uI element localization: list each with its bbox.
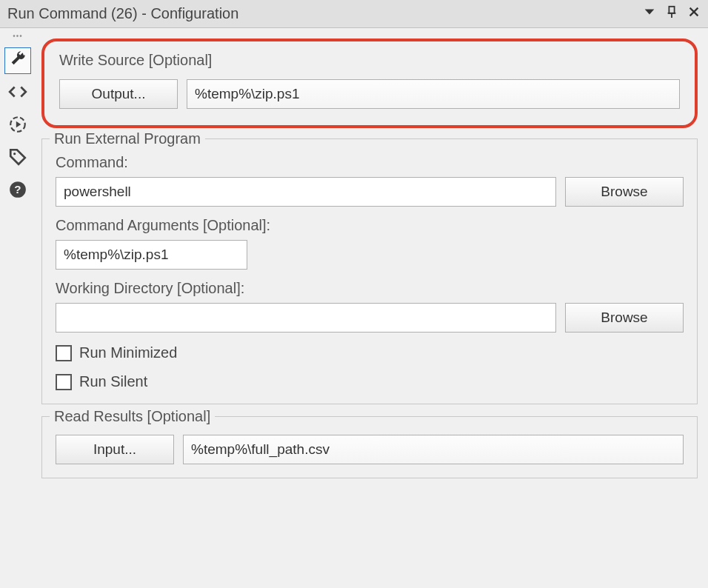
run-external-legend: Run External Program: [50, 130, 205, 147]
arguments-input[interactable]: [56, 240, 247, 270]
command-label: Command:: [56, 154, 684, 171]
arguments-label: Command Arguments [Optional]:: [56, 217, 684, 234]
input-button[interactable]: Input...: [56, 435, 174, 464]
title-controls: [643, 5, 701, 22]
output-button[interactable]: Output...: [59, 79, 178, 109]
code-icon: [8, 82, 27, 105]
write-source-section: Write Source [Optional] Output...: [41, 39, 698, 128]
read-results-legend: Read Results [Optional]: [50, 408, 215, 425]
run-silent-label: Run Silent: [79, 373, 147, 390]
run-minimized-checkbox[interactable]: [56, 345, 72, 361]
workdir-label: Working Directory [Optional]:: [56, 280, 684, 297]
workdir-input[interactable]: [56, 303, 556, 333]
sidebar-target[interactable]: [4, 113, 31, 139]
wrench-icon: [8, 50, 27, 73]
pin-icon[interactable]: [665, 5, 678, 22]
command-browse-button[interactable]: Browse: [565, 177, 684, 207]
run-minimized-label: Run Minimized: [79, 344, 177, 361]
svg-marker-0: [645, 9, 655, 14]
sidebar-wrench[interactable]: [4, 47, 31, 74]
sidebar-code[interactable]: [4, 80, 31, 107]
svg-marker-7: [16, 121, 21, 127]
run-external-section: Run External Program Command: Browse Com…: [41, 138, 698, 404]
dropdown-icon[interactable]: [643, 5, 656, 22]
sidebar-help[interactable]: ?: [4, 178, 31, 204]
sidebar: ••• ?: [0, 28, 36, 588]
target-icon: [8, 115, 27, 138]
main-panel: Write Source [Optional] Output... Run Ex…: [36, 28, 708, 588]
tag-icon: [8, 147, 27, 170]
write-source-path-input[interactable]: [187, 79, 680, 109]
grip-icon[interactable]: •••: [13, 33, 23, 40]
close-icon[interactable]: [687, 5, 701, 22]
workdir-browse-button[interactable]: Browse: [565, 303, 684, 333]
titlebar: Run Command (26) - Configuration: [0, 0, 708, 28]
run-silent-checkbox[interactable]: [56, 374, 72, 390]
sidebar-tag[interactable]: [4, 145, 31, 172]
read-results-section: Read Results [Optional] Input...: [41, 416, 698, 478]
write-source-label: Write Source [Optional]: [59, 52, 680, 69]
svg-text:?: ?: [14, 183, 21, 196]
window-title: Run Command (26) - Configuration: [7, 5, 238, 22]
help-icon: ?: [8, 180, 27, 203]
svg-rect-1: [669, 7, 674, 13]
svg-point-8: [13, 153, 16, 155]
read-results-path-input[interactable]: [183, 435, 684, 464]
command-input[interactable]: [56, 177, 556, 207]
